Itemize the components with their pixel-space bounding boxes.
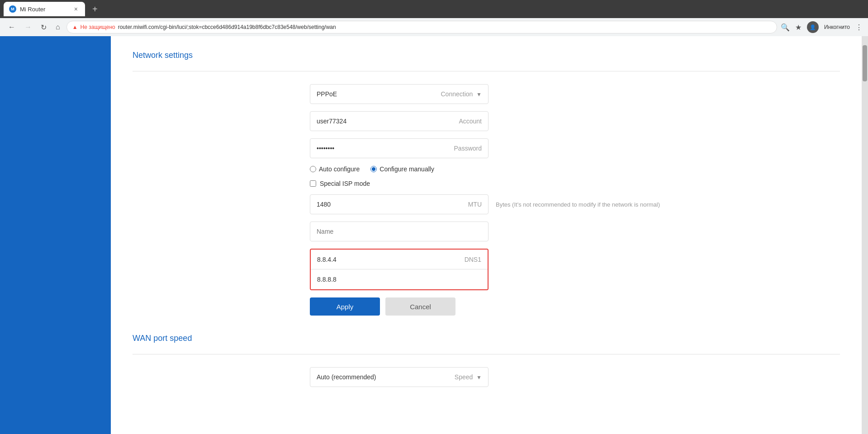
password-row: Password [310, 138, 663, 158]
manual-configure-input[interactable] [370, 166, 377, 172]
bookmark-icon[interactable]: ★ [795, 23, 802, 32]
mtu-row: MTU Bytes (It's not recommended to modif… [310, 194, 663, 214]
manual-configure-radio[interactable]: Configure manually [370, 165, 434, 173]
network-settings-section: Network settings PPPoE Connection ▼ [133, 51, 840, 316]
speed-value: Auto (recommended) [317, 373, 376, 381]
configure-radio-group: Auto configure Configure manually [310, 165, 663, 173]
home-button[interactable]: ⌂ [53, 21, 63, 33]
special-isp-row: Special ISP mode [310, 180, 663, 187]
mtu-input[interactable] [317, 201, 468, 208]
new-tab-button[interactable]: + [89, 4, 101, 14]
section-divider [133, 71, 840, 71]
menu-icon[interactable]: ⋮ [855, 23, 863, 32]
search-icon[interactable]: 🔍 [781, 23, 790, 32]
manual-configure-label: Configure manually [379, 165, 434, 173]
address-bar[interactable]: ▲ Не защищено router.miwifi.com/cgi-bin/… [66, 21, 777, 33]
mtu-label: MTU [468, 201, 482, 208]
name-field[interactable] [310, 222, 489, 241]
password-input[interactable] [317, 145, 454, 152]
tab-close-icon[interactable]: × [72, 5, 80, 14]
cancel-button[interactable]: Cancel [385, 297, 455, 316]
connection-dropdown[interactable]: PPPoE Connection ▼ [310, 84, 489, 104]
incognito-avatar[interactable]: 👤 [807, 21, 819, 33]
account-label: Account [459, 118, 482, 125]
account-field[interactable]: Account [310, 111, 489, 131]
button-row: Apply Cancel [310, 297, 663, 316]
form-container: PPPoE Connection ▼ Account [310, 84, 663, 316]
tab-title: Mi Router [20, 6, 45, 13]
dns1-input[interactable] [317, 256, 465, 263]
browser-titlebar: M Mi Router × + [0, 0, 868, 18]
connection-label: Connection ▼ [441, 90, 482, 98]
wan-port-speed-section: WAN port speed Auto (recommended) Speed … [133, 334, 840, 387]
account-input[interactable] [317, 118, 459, 125]
password-label: Password [454, 145, 482, 152]
dns2-input[interactable] [317, 276, 481, 283]
mtu-field[interactable]: MTU [310, 194, 489, 214]
tab-favicon: M [9, 5, 16, 13]
dns1-field[interactable]: DNS1 [311, 250, 488, 269]
connection-type-row: PPPoE Connection ▼ [310, 84, 663, 104]
dns2-field[interactable] [311, 269, 488, 289]
wan-form-container: Auto (recommended) Speed ▼ [310, 367, 663, 387]
speed-label: Speed [455, 373, 473, 381]
auto-configure-input[interactable] [310, 166, 316, 172]
apply-button[interactable]: Apply [310, 297, 380, 316]
dns1-label: DNS1 [465, 256, 481, 263]
mtu-hint: Bytes (It's not recommended to modify if… [496, 201, 660, 208]
browser-tab[interactable]: M Mi Router × [4, 2, 85, 16]
dns-box: DNS1 [310, 249, 489, 290]
password-field[interactable]: Password [310, 138, 489, 158]
wan-port-speed-title: WAN port speed [133, 334, 840, 343]
account-row: Account [310, 111, 663, 131]
browser-actions: 🔍 ★ 👤 Инкогнито ⋮ [781, 21, 863, 33]
wan-section-divider [133, 354, 840, 354]
connection-type-value: PPPoE [317, 90, 337, 98]
back-button[interactable]: ← [5, 21, 18, 33]
speed-dropdown[interactable]: Auto (recommended) Speed ▼ [310, 367, 489, 387]
sidebar [0, 36, 111, 434]
not-secure-text: Не защищено [81, 24, 115, 30]
auto-configure-radio[interactable]: Auto configure [310, 165, 360, 173]
name-input[interactable] [317, 228, 482, 235]
chevron-down-icon: ▼ [476, 91, 482, 98]
url-text: router.miwifi.com/cgi-bin/luci/;stok=cbc… [118, 24, 336, 30]
speed-chevron-icon: ▼ [476, 374, 482, 381]
scrollbar-thumb[interactable] [863, 45, 867, 81]
lock-icon: ▲ [72, 24, 78, 30]
auto-configure-label: Auto configure [319, 165, 360, 173]
scrollbar-area[interactable] [862, 36, 868, 434]
special-isp-label[interactable]: Special ISP mode [320, 180, 370, 187]
special-isp-checkbox[interactable] [310, 180, 316, 187]
forward-button[interactable]: → [22, 21, 34, 33]
incognito-label: Инкогнито [824, 24, 850, 30]
browser-controls: ← → ↻ ⌂ ▲ Не защищено router.miwifi.com/… [0, 18, 868, 36]
speed-right: Speed ▼ [455, 373, 482, 381]
reload-button[interactable]: ↻ [38, 21, 49, 33]
network-settings-title: Network settings [133, 51, 840, 60]
main-content: Network settings PPPoE Connection ▼ [111, 36, 862, 434]
